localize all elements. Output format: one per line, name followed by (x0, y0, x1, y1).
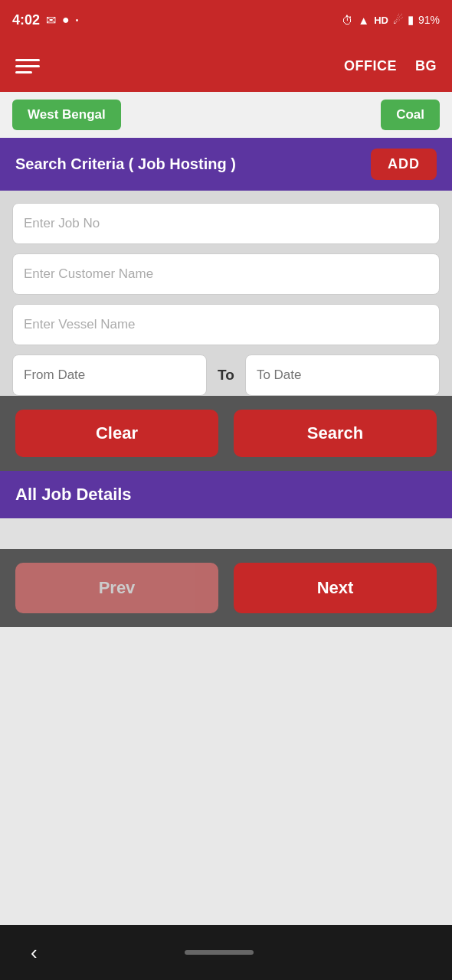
hamburger-line-2 (15, 65, 40, 67)
top-nav: OFFICE BG (0, 40, 452, 92)
status-right: ⏱ ▲ HD ☄ ▮ 91% (342, 13, 440, 27)
job-details-title: All Job Details (15, 485, 132, 504)
job-no-input[interactable] (12, 203, 440, 244)
battery-icon: ▮ (408, 13, 414, 27)
bg-link[interactable]: BG (415, 58, 437, 74)
date-row: To (12, 354, 440, 396)
prev-button[interactable]: Prev (15, 563, 218, 613)
whatsapp-icon: ✉ (46, 13, 56, 28)
office-link[interactable]: OFFICE (344, 58, 397, 74)
search-button[interactable]: Search (234, 410, 437, 457)
main-fill-area (0, 627, 452, 925)
status-time: 4:02 (12, 12, 40, 28)
clear-button[interactable]: Clear (15, 410, 218, 457)
vessel-name-input[interactable] (12, 304, 440, 345)
search-criteria-title: Search Criteria ( Job Hosting ) (15, 155, 236, 173)
network-icon: ☄ (393, 13, 403, 27)
filter-row: West Bengal Coal (0, 92, 452, 138)
job-content-area (0, 518, 452, 549)
dot-icon: • (76, 16, 79, 24)
customer-name-input[interactable] (12, 253, 440, 295)
hamburger-line-3 (15, 71, 32, 74)
battery-percent: 91% (418, 14, 440, 26)
job-details-header: All Job Details (0, 471, 452, 518)
pagination-row: Prev Next (0, 549, 452, 627)
status-bar: 4:02 ✉ ● • ⏱ ▲ HD ☄ ▮ 91% (0, 0, 452, 40)
from-date-input[interactable] (12, 354, 207, 396)
bottom-pill (185, 950, 254, 955)
to-date-input[interactable] (245, 354, 440, 396)
alarm-icon: ⏱ (342, 14, 353, 27)
hamburger-line-1 (15, 59, 40, 61)
nav-links: OFFICE BG (344, 58, 437, 74)
back-button[interactable]: ‹ (31, 941, 38, 965)
add-button[interactable]: ADD (371, 149, 437, 180)
signal-icon: ▲ (358, 14, 369, 27)
next-button[interactable]: Next (234, 563, 437, 613)
search-criteria-header: Search Criteria ( Job Hosting ) ADD (0, 138, 452, 191)
form-area: To (0, 191, 452, 396)
app-icon: ● (62, 13, 70, 27)
action-row: Clear Search (0, 396, 452, 471)
status-left: 4:02 ✉ ● • (12, 12, 78, 28)
type-button[interactable]: Coal (381, 100, 440, 130)
to-label: To (207, 367, 245, 384)
hamburger-menu[interactable] (15, 59, 40, 74)
hd-label: HD (374, 15, 388, 26)
bottom-nav-bar: ‹ (0, 925, 452, 980)
region-button[interactable]: West Bengal (12, 100, 121, 130)
